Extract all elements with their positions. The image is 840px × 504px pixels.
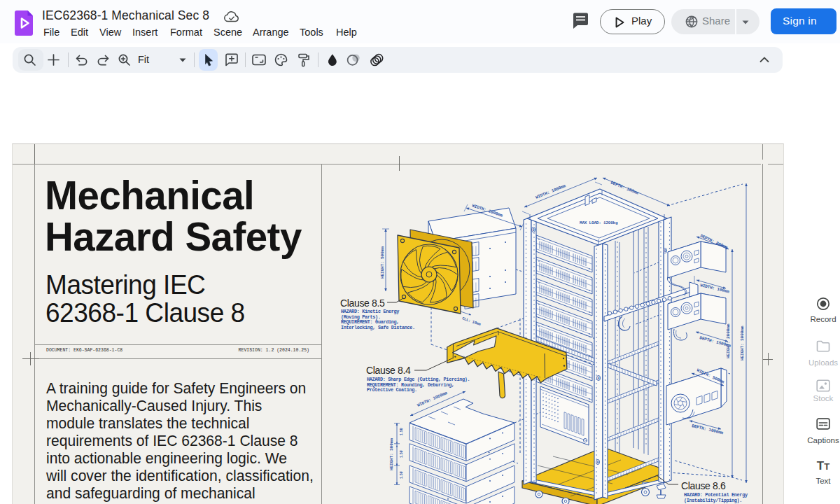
svg-text:WIDTH: 100mm: WIDTH: 100mm (700, 283, 730, 294)
svg-text:DEPTH: 100mm: DEPTH: 100mm (610, 180, 639, 195)
svg-text:1.5U: 1.5U (400, 471, 403, 479)
svg-text:0: 0 (664, 249, 666, 253)
svg-text:0: 0 (596, 461, 598, 465)
svg-text:HEIGHT: 500mm: HEIGHT: 500mm (380, 246, 385, 279)
svg-text:1.5U: 1.5U (400, 450, 403, 458)
svg-text:HEIGHT: 3000mm: HEIGHT: 3000mm (740, 326, 745, 360)
svg-text:MAX LOAD: 1200kg: MAX LOAD: 1200kg (580, 220, 618, 225)
svg-text:0: 0 (597, 377, 599, 381)
svg-text:HEIGHT: 2000mm: HEIGHT: 2000mm (726, 323, 731, 358)
svg-text:HEIGHT: 300mm: HEIGHT: 300mm (389, 438, 394, 470)
svg-text:WIDTH: 1050mm: WIDTH: 1050mm (416, 391, 448, 408)
svg-text:1.5U: 1.5U (400, 428, 403, 435)
svg-text:CLL: 10mm: CLL: 10mm (461, 316, 482, 327)
svg-text:0: 0 (532, 228, 534, 232)
